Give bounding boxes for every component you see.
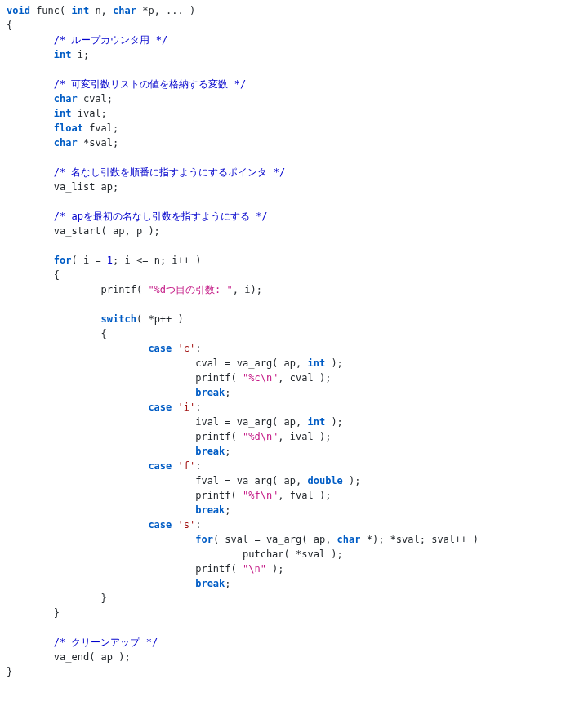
printf-s-b: );: [266, 563, 284, 575]
for-lbrace: {: [54, 269, 60, 281]
sig-p: *p, ... ): [136, 5, 195, 16]
kw-break-f: break: [195, 504, 225, 516]
fmt-f: "%f\n": [243, 490, 278, 501]
putchar-call: putchar( *sval );: [243, 548, 343, 560]
for-open: ( i =: [71, 255, 106, 266]
kw-case-i: case: [148, 402, 172, 413]
sig-func: func(: [30, 5, 72, 16]
call-va-end: va_end( ap );: [54, 651, 131, 663]
printf-fmt: "%dつ目の引数: ": [148, 284, 232, 295]
printf-tail: , i);: [233, 284, 262, 295]
kw-char: char: [113, 5, 136, 16]
colon-f: :: [195, 460, 201, 472]
kw-char-cval: char: [54, 93, 78, 104]
cval-assign-a: cval = va_arg( ap,: [195, 357, 307, 369]
decl-ival: ival;: [71, 108, 106, 119]
comment-va-start: /* apを最初の名なし引数を指すようにする */: [54, 211, 268, 222]
printf-f-b: , fval );: [278, 490, 331, 501]
switch-arg: ( *p++ ): [136, 313, 184, 325]
comment-varargs-vars: /* 可変引数リストの値を格納する変数 */: [54, 78, 246, 90]
printf-head: printf(: [101, 284, 149, 295]
switch-rbrace: }: [101, 593, 107, 604]
fmt-c: "%c\n": [243, 372, 278, 384]
kw-break-i: break: [195, 446, 225, 457]
fval-assign-b: );: [343, 475, 361, 486]
kw-case-c: case: [148, 343, 172, 354]
kw-int-arg-i: int: [307, 416, 325, 428]
kw-break-s: break: [195, 578, 225, 589]
lbrace: {: [7, 20, 12, 31]
printf-i-a: printf(: [195, 431, 243, 442]
comment-loop-counter: /* ループカウンタ用 */: [54, 34, 167, 46]
semi-f: ;: [225, 504, 230, 516]
kw-int-arg-c: int: [307, 357, 325, 369]
printf-i-b: , ival );: [278, 431, 331, 442]
kw-char-sval: char: [54, 137, 78, 149]
kw-switch: switch: [101, 313, 136, 325]
cval-assign-b: );: [325, 357, 343, 369]
rbrace: }: [7, 666, 12, 677]
colon-c: :: [195, 343, 201, 354]
kw-float-fval: float: [54, 122, 83, 134]
kw-break-c: break: [195, 387, 225, 398]
for-rest: ; i <= n; i++ ): [113, 255, 201, 266]
comment-cleanup: /* クリーンアップ */: [54, 637, 158, 648]
fmt-s: "\n": [243, 563, 266, 575]
comment-ap-pointer: /* 名なし引数を順番に指すようにするポインタ */: [54, 166, 285, 178]
fval-assign-a: fval = va_arg( ap,: [195, 475, 307, 486]
kw-int-ival: int: [54, 108, 72, 119]
kw-double-arg-f: double: [307, 475, 342, 486]
decl-cval: cval;: [78, 93, 113, 104]
kw-int: int: [71, 5, 89, 16]
lit-c: 'c': [178, 343, 196, 354]
semi-i: ;: [225, 446, 230, 457]
decl-fval: fval;: [83, 122, 118, 134]
printf-s-a: printf(: [195, 563, 243, 575]
printf-c-a: printf(: [195, 372, 243, 384]
colon-i: :: [195, 402, 201, 413]
lit-s: 's': [178, 519, 196, 530]
call-va-start: va_start( ap, p );: [54, 225, 160, 237]
decl-i: i;: [71, 49, 89, 60]
printf-c-b: , cval );: [278, 372, 331, 384]
ival-assign-b: );: [325, 416, 343, 428]
printf-f-a: printf(: [195, 490, 243, 501]
sig-n: n,: [89, 5, 113, 16]
for-s-a: ( sval = va_arg( ap,: [213, 534, 337, 545]
kw-char-arg-s: char: [337, 534, 361, 545]
decl-ap: va_list ap;: [54, 181, 118, 193]
ival-assign-a: ival = va_arg( ap,: [195, 416, 307, 428]
kw-void: void: [7, 5, 30, 16]
kw-for: for: [54, 255, 72, 266]
colon-s: :: [195, 519, 201, 530]
kw-for-s: for: [195, 534, 213, 545]
semi-s: ;: [225, 578, 230, 589]
switch-lbrace: {: [101, 328, 107, 340]
kw-case-f: case: [148, 460, 172, 472]
for-s-b: *); *sval; sval++ ): [361, 534, 479, 545]
semi-c: ;: [225, 387, 230, 398]
fmt-i: "%d\n": [243, 431, 278, 442]
decl-sval: *sval;: [78, 137, 119, 149]
lit-i: 'i': [178, 402, 196, 413]
kw-int-i: int: [54, 49, 72, 60]
lit-f: 'f': [178, 460, 196, 472]
num-one: 1: [107, 255, 113, 266]
kw-case-s: case: [148, 519, 172, 530]
for-rbrace: }: [54, 607, 60, 619]
code-block: void func( int n, char *p, ... ) { /* ルー…: [7, 3, 577, 679]
